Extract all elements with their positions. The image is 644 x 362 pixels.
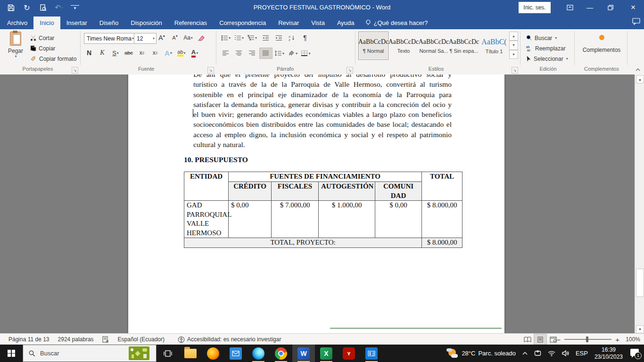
table-subheader-fiscales[interactable]: FISCALES (272, 182, 319, 201)
budget-table[interactable]: ENTIDAD FUENTES DE FINANCIAMIENTO TOTAL … (184, 172, 462, 248)
align-left-button[interactable] (220, 48, 232, 58)
find-button[interactable]: Buscar▾ (526, 33, 557, 43)
minimize-button[interactable]: ― (582, 0, 598, 15)
table-footer-label[interactable]: TOTAL, PROYECTO: (184, 238, 422, 248)
table-header-total[interactable]: TOTAL (422, 172, 462, 201)
proofing-errors-icon[interactable] (102, 336, 109, 343)
tab-revisar[interactable]: Revisar (272, 16, 305, 29)
underline-button[interactable]: S▾ (109, 48, 122, 58)
addins-button[interactable]: Complementos (578, 35, 625, 53)
tab-diseno[interactable]: Diseño (93, 16, 124, 29)
show-marks-button[interactable]: ¶ (299, 33, 311, 43)
scrollbar-thumb[interactable] (636, 269, 644, 297)
firefox-button[interactable] (202, 345, 224, 362)
font-color-button[interactable]: A▾ (189, 48, 201, 58)
align-right-button[interactable] (246, 48, 258, 58)
tab-vista[interactable]: Vista (305, 16, 331, 29)
shading-button[interactable]: ▾ (287, 48, 299, 58)
tab-archivo[interactable]: Archivo (1, 16, 33, 29)
strikethrough-button[interactable]: abc (123, 48, 135, 58)
language-indicator[interactable]: Español (Ecuador) (118, 336, 165, 343)
search-promo-icon[interactable] (129, 346, 149, 360)
styles-dialog-launcher[interactable]: ↘ (512, 67, 518, 74)
decrease-indent-button[interactable] (259, 33, 272, 43)
table-cell-comunidad[interactable]: $ 0,00 (375, 201, 422, 238)
replace-button[interactable]: abac Reemplazar (526, 43, 566, 53)
style-titulo-1[interactable]: AaBbC( Título 1 (479, 32, 509, 60)
taskbar-search[interactable]: Buscar (23, 345, 157, 362)
connect-icon[interactable] (531, 345, 545, 362)
style-normal-sa[interactable]: AaBbCcDc Normal Sa... (419, 32, 449, 60)
volume-icon[interactable] (559, 345, 572, 362)
excel-button[interactable]: X (315, 345, 338, 362)
clear-formatting-button[interactable] (195, 33, 207, 43)
acrobat-button[interactable]: ʏ (338, 345, 360, 362)
tab-ayuda[interactable]: Ayuda (331, 16, 361, 29)
multilevel-list-button[interactable]: ▾ (246, 33, 258, 43)
select-button[interactable]: Seleccionar▾ (526, 54, 568, 64)
file-explorer-button[interactable] (179, 345, 202, 362)
align-center-button[interactable] (233, 48, 245, 58)
start-button[interactable] (0, 345, 23, 362)
grow-font-button[interactable]: A▴ (156, 33, 168, 43)
tab-referencias[interactable]: Referencias (168, 16, 213, 29)
language-indicator-tray[interactable]: ESP (572, 345, 591, 362)
accessibility-status[interactable]: Accesibilidad: es necesario investigar (178, 336, 281, 343)
table-subheader-credito[interactable]: CRÉDITO (229, 182, 272, 201)
collapse-ribbon-button[interactable] (634, 66, 642, 74)
table-cell-autogestion[interactable]: $ 1.000,00 (319, 201, 375, 238)
line-spacing-button[interactable]: ▾ (273, 48, 286, 58)
restore-button[interactable] (603, 0, 619, 15)
table-header-entidad[interactable]: ENTIDAD (184, 172, 229, 201)
zoom-percentage[interactable]: 100% (623, 336, 640, 343)
close-button[interactable]: × (625, 0, 641, 15)
text-effects-button[interactable]: A▾ (162, 48, 174, 58)
borders-button[interactable]: ▾ (300, 48, 312, 58)
table-cell-credito[interactable]: $ 0,00 (229, 201, 272, 238)
styles-gallery-more[interactable]: ▼ (509, 50, 518, 59)
task-view-button[interactable] (157, 345, 179, 362)
tab-insertar[interactable]: Insertar (60, 16, 93, 29)
vertical-scrollbar[interactable]: ▲ ▼ (635, 74, 644, 333)
document-page[interactable]: De ahí que el presente proyecto del impu… (128, 74, 504, 333)
font-dialog-launcher[interactable]: ↘ (207, 67, 214, 74)
italic-button[interactable]: K (96, 48, 108, 58)
outlook-button[interactable] (360, 345, 383, 362)
superscript-button[interactable]: x2 (149, 48, 161, 58)
zoom-in-button[interactable]: + (615, 336, 619, 344)
numbering-button[interactable]: ▾ (233, 33, 245, 43)
mail-button[interactable] (224, 345, 247, 362)
copy-button[interactable]: Copiar (30, 43, 55, 53)
weather-widget[interactable]: 28°C Parc. soleado (443, 345, 519, 362)
table-header-fuentes[interactable]: FUENTES DE FINANCIAMIENTO (229, 172, 422, 182)
table-cell-entity[interactable]: GAD PARROQUIAL VALLE HERMOSO (184, 201, 229, 238)
sort-button[interactable]: AZ (286, 33, 298, 43)
tray-overflow-button[interactable] (519, 345, 531, 362)
action-center-button[interactable]: 1 (626, 345, 644, 362)
tab-disposicion[interactable]: Disposición (124, 16, 168, 29)
paste-button[interactable]: Pegar ▾ (4, 32, 27, 58)
highlight-color-button[interactable]: ab▾ (175, 48, 188, 58)
table-subheader-autogestion[interactable]: AUTOGESTIÓN (319, 182, 375, 201)
styles-scroll-up[interactable]: ▲ (509, 32, 518, 41)
tab-inicio[interactable]: Inicio (33, 16, 60, 29)
cut-button[interactable]: Cortar (30, 33, 54, 43)
edge-button[interactable] (247, 345, 270, 362)
font-size-combo[interactable]: 12▾ (134, 33, 157, 44)
justify-button[interactable] (259, 48, 272, 59)
table-cell-fiscales[interactable]: $ 7.000,00 (272, 201, 319, 238)
bullets-button[interactable]: ▾ (220, 33, 232, 43)
table-footer-value[interactable]: $ 8.000,00 (422, 238, 462, 248)
print-layout-button[interactable] (534, 334, 547, 345)
tab-correspondencia[interactable]: Correspondencia (213, 16, 272, 29)
bold-button[interactable]: N (83, 48, 95, 58)
tell-me-box[interactable]: ¿Qué desea hacer? (361, 16, 433, 29)
clock[interactable]: 16:39 23/10/2023 (591, 345, 626, 362)
zoom-out-button[interactable]: − (556, 336, 561, 344)
read-mode-button[interactable] (521, 334, 534, 345)
increase-indent-button[interactable] (272, 33, 285, 43)
ribbon-display-options-button[interactable] (562, 0, 578, 15)
word-count[interactable]: 2924 palabras (58, 336, 94, 343)
styles-scroll-down[interactable]: ▼ (509, 41, 518, 49)
change-case-button[interactable]: Aa▾ (182, 33, 194, 43)
